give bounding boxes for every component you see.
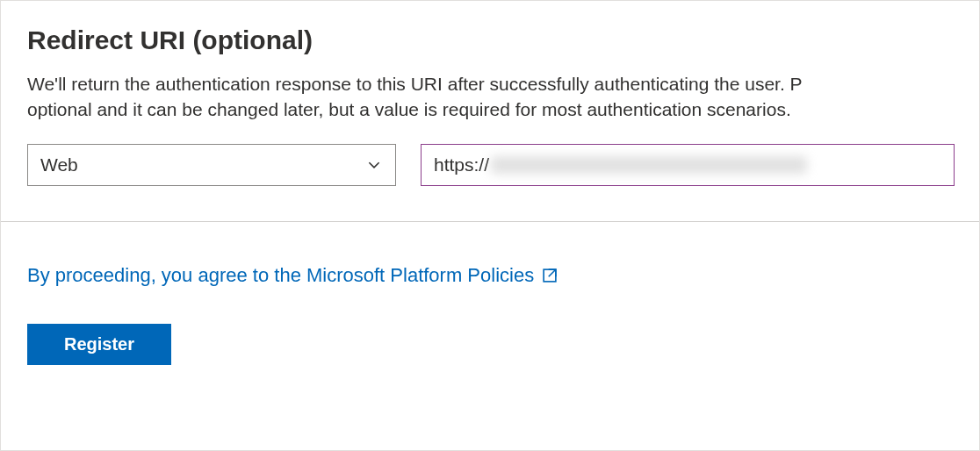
register-button[interactable]: Register <box>27 324 171 365</box>
redirect-uri-section: Redirect URI (optional) We'll return the… <box>0 0 980 451</box>
platform-type-select[interactable]: Web <box>27 144 396 186</box>
external-link-icon <box>541 267 558 284</box>
section-bottom: By proceeding, you agree to the Microsof… <box>1 222 979 365</box>
svg-line-1 <box>549 270 556 277</box>
redirect-uri-redacted <box>491 156 807 174</box>
redirect-uri-prefix: https:// <box>434 154 489 175</box>
chevron-down-icon <box>365 156 383 174</box>
redirect-uri-row: Web https:// <box>27 144 953 186</box>
section-heading: Redirect URI (optional) <box>27 25 953 55</box>
description-line-2: optional and it can be changed later, bu… <box>27 97 953 122</box>
section-top: Redirect URI (optional) We'll return the… <box>1 1 979 221</box>
platform-policies-text: By proceeding, you agree to the Microsof… <box>27 264 534 287</box>
redirect-uri-value: https:// <box>434 154 807 175</box>
platform-policies-link[interactable]: By proceeding, you agree to the Microsof… <box>27 264 558 287</box>
section-description: We'll return the authentication response… <box>27 71 953 123</box>
redirect-uri-input[interactable]: https:// <box>421 144 955 186</box>
description-line-1: We'll return the authentication response… <box>27 71 953 97</box>
platform-type-value: Web <box>40 154 365 175</box>
